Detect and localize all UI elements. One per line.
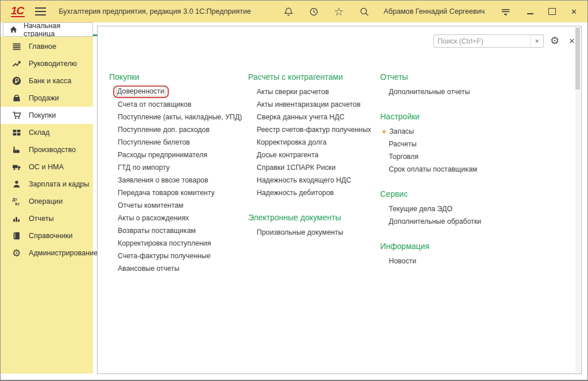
sidebar-item[interactable]: ОС и НМА <box>1 158 93 176</box>
menu-item-label: Произвольные документы <box>257 228 343 236</box>
menu-item-label: Отчеты комитентам <box>118 201 183 209</box>
sidebar-item[interactable]: Зарплата и кадры <box>1 176 93 193</box>
sidebar-item[interactable]: Отчеты <box>1 210 93 227</box>
sidebar-item[interactable]: Руководителю <box>1 55 93 72</box>
gear-icon: ⚙ <box>11 248 21 258</box>
menu-item[interactable]: Дополнительные обработки <box>380 215 552 228</box>
menu-section-title: Покупки <box>109 71 256 83</box>
menu-item-label: Счета-фактуры полученные <box>118 252 211 260</box>
menu-section-title: Настройки <box>380 111 552 122</box>
panel-scrollbar[interactable] <box>575 28 580 372</box>
sidebar-item[interactable]: ДтКтОперации <box>1 193 93 210</box>
sidebar-item-label: Руководителю <box>29 60 77 68</box>
menu-item[interactable]: Реестр счетов-фактур полученных <box>248 123 383 136</box>
1c-logo-icon: 1С <box>11 6 25 17</box>
menu-item[interactable]: Поступление доп. расходов <box>109 123 256 136</box>
menu-item[interactable]: Возвраты поставщикам <box>109 224 256 237</box>
menu-item-label: Заявления о ввозе товаров <box>118 176 208 184</box>
menu-item[interactable]: Передача товаров комитенту <box>109 186 256 199</box>
menu-item[interactable]: Справки 1СПАРК Риски <box>248 161 383 174</box>
close-button[interactable]: ✕ <box>571 6 577 17</box>
sidebar-item[interactable]: Банк и касса <box>1 72 93 90</box>
menu-item[interactable]: ГТД по импорту <box>109 161 256 174</box>
menu-item[interactable]: Акты инвентаризации расчетов <box>248 98 383 111</box>
menu-item[interactable]: Доверенности <box>109 85 256 98</box>
menu-item[interactable]: Расходы предпринимателя <box>109 149 256 161</box>
global-search-icon[interactable] <box>358 6 370 17</box>
sidebar-item[interactable]: Покупки <box>1 107 93 124</box>
menu-item-label: Срок оплаты поставщикам <box>389 165 477 173</box>
menu-item-label: Поступление доп. расходов <box>118 126 210 134</box>
menu-item-label: ГТД по импорту <box>118 164 169 172</box>
sidebar-item[interactable]: Справочники <box>1 227 93 244</box>
menu-item[interactable]: Срок оплаты поставщикам <box>380 163 552 176</box>
menu-item[interactable]: Авансовые отчеты <box>109 262 256 275</box>
menu-item[interactable]: Корректировка долга <box>248 136 383 149</box>
menu-item[interactable]: Новости <box>380 255 552 267</box>
sidebar-item-label: Справочники <box>29 232 72 240</box>
scrollbar-thumb[interactable] <box>575 28 580 90</box>
menu-item[interactable]: Дополнительные отчеты <box>380 85 552 98</box>
menu-item-label: Расчеты <box>389 140 416 148</box>
service-menu-icon[interactable] <box>500 6 511 17</box>
menu-item[interactable]: Отчеты комитентам <box>109 199 256 212</box>
sidebar-item-label: Банк и касса <box>29 77 71 85</box>
menu-item[interactable]: Досье контрагента <box>248 149 383 161</box>
menu-item[interactable]: Акты о расхождениях <box>109 212 256 224</box>
main-menu-icon[interactable] <box>35 7 46 15</box>
trend-up-icon <box>11 59 21 69</box>
sidebar-item[interactable]: Продажи <box>1 90 93 107</box>
menu-item[interactable]: Надежность входящего НДС <box>248 174 383 186</box>
svg-text:Кт: Кт <box>15 202 20 206</box>
sidebar-item-label: Склад <box>29 129 49 137</box>
menu-section: ПокупкиДоверенностиСчета от поставщиковП… <box>109 71 256 275</box>
menu-item-label: Поступление билетов <box>118 138 190 146</box>
panel-settings-gear-icon[interactable]: ⚙ <box>548 34 561 47</box>
sidebar-item[interactable]: Главное <box>1 38 93 55</box>
menu-item[interactable]: Счета от поставщиков <box>109 98 256 111</box>
menu-item[interactable]: Надежность дебиторов <box>248 186 383 199</box>
favorites-star-icon[interactable]: ☆ <box>333 6 345 17</box>
menu-item[interactable]: Сверка данных учета НДС <box>248 111 383 123</box>
menu-item[interactable]: Поступление билетов <box>109 136 256 149</box>
sidebar-item[interactable]: ⚙Администрирование <box>1 244 93 262</box>
menu-item-label: Текущие дела ЭДО <box>389 205 452 213</box>
maximize-button[interactable] <box>548 6 556 17</box>
menu-item-label: Справки 1СПАРК Риски <box>257 164 335 172</box>
tab-home-label: Начальная страница <box>24 22 87 38</box>
menu-item[interactable]: Счета-фактуры полученные <box>109 250 256 262</box>
menu-item-label: Возвраты поставщикам <box>118 227 196 235</box>
menu-section: СервисТекущие дела ЭДОДополнительные обр… <box>380 188 552 228</box>
history-icon[interactable] <box>308 6 319 17</box>
menu-item-label: Акты о расхождениях <box>118 214 189 222</box>
panel-search-field[interactable]: × <box>434 34 544 48</box>
current-user[interactable]: Абрамов Геннадий Сергеевич <box>384 7 485 15</box>
minimize-button[interactable] <box>527 6 533 17</box>
menu-section: ИнформацияНовости <box>380 240 552 267</box>
tab-home-page[interactable]: Начальная страница <box>3 22 93 37</box>
search-input[interactable] <box>434 35 530 47</box>
menu-item-label: Передача товаров комитенту <box>118 189 215 197</box>
sidebar-item[interactable]: Производство <box>1 141 93 158</box>
menu-item[interactable]: Произвольные документы <box>248 226 383 239</box>
menu-item[interactable]: Текущие дела ЭДО <box>380 203 552 215</box>
highlight-box: Доверенности <box>113 85 169 98</box>
menu-item[interactable]: Корректировка поступления <box>109 237 256 250</box>
app-window: 1С Бухгалтерия предприятия, редакция 3.0… <box>0 0 588 381</box>
titlebar: 1С Бухгалтерия предприятия, редакция 3.0… <box>1 1 587 22</box>
menu-section-title: Сервис <box>380 188 552 200</box>
sidebar-item[interactable]: Склад <box>1 124 93 141</box>
menu-item[interactable]: Торговля <box>380 150 552 163</box>
sidebar: ГлавноеРуководителюБанк и кассаПродажиПо… <box>1 37 93 374</box>
menu-item-label: Дополнительные отчеты <box>389 88 470 96</box>
menu-item[interactable]: Заявления о ввозе товаров <box>109 174 256 186</box>
sidebar-item-label: Зарплата и кадры <box>29 180 89 188</box>
notifications-bell-icon[interactable] <box>283 6 294 17</box>
menu-item[interactable]: ★Запасы <box>380 125 552 138</box>
search-clear-icon[interactable]: × <box>530 35 543 47</box>
menu-item-label: Корректировка поступления <box>118 239 211 247</box>
menu-item-label: Надежность входящего НДС <box>257 176 351 184</box>
menu-item[interactable]: Расчеты <box>380 138 552 150</box>
menu-item[interactable]: Акты сверки расчетов <box>248 85 383 98</box>
menu-item[interactable]: Поступление (акты, накладные, УПД) <box>109 111 256 123</box>
